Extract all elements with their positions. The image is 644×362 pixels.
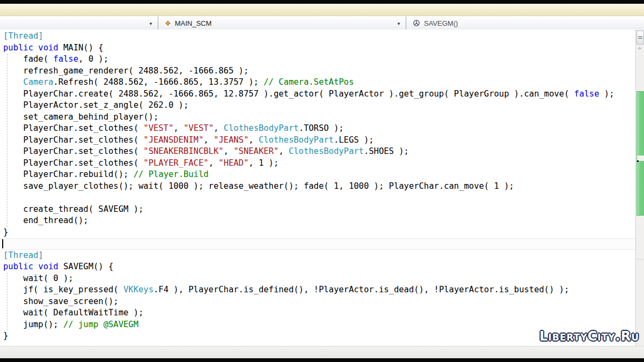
scrollbar-thumb[interactable] xyxy=(636,91,644,216)
module-icon: ❖ xyxy=(165,20,171,27)
code-line[interactable]: wait( 0 ); xyxy=(0,273,636,285)
member-dropdown[interactable]: SAVEGM() xyxy=(406,17,644,30)
code-area[interactable]: [Thread]public void MAIN() { fade( false… xyxy=(0,31,636,342)
code-line[interactable]: PlayerChar.set_clothes( "JEANSDENIM", "J… xyxy=(0,135,636,146)
chevron-down-icon[interactable]: ▼ xyxy=(149,21,153,27)
code-line[interactable]: end_thread(); xyxy=(0,215,636,227)
code-line[interactable]: PlayerChar.set_clothes( "VEST", "VEST", … xyxy=(0,123,636,135)
thumb-dot xyxy=(637,160,639,162)
code-line[interactable]: wait( DefaultWaitTime ); xyxy=(0,307,636,319)
scroll-up-icon[interactable] xyxy=(638,47,642,49)
code-line[interactable]: public void MAIN() { xyxy=(0,42,636,54)
code-line[interactable]: PlayerChar.rebuild(); // Player.Build xyxy=(0,169,636,181)
method-icon xyxy=(413,19,420,28)
type-dropdown[interactable]: ❖ MAIN_SCM ▼ xyxy=(158,17,406,30)
code-line[interactable] xyxy=(0,238,636,250)
bottom-black-strip xyxy=(0,358,644,362)
code-line[interactable]: PlayerActor.set_z_angle( 262.0 ); xyxy=(0,100,636,112)
code-line[interactable] xyxy=(0,192,636,204)
project-dropdown[interactable]: ▼ xyxy=(0,17,158,30)
vertical-scrollbar[interactable] xyxy=(635,29,644,346)
splitter-handle[interactable] xyxy=(636,31,644,45)
bottom-gray-band xyxy=(0,346,644,359)
code-line[interactable]: [Thread] xyxy=(0,250,636,262)
code-line[interactable]: [Thread] xyxy=(0,31,636,42)
code-line[interactable]: } xyxy=(0,227,636,239)
app-window: ▼ ❖ MAIN_SCM ▼ SAVEGM() [Thread]public v… xyxy=(0,0,644,362)
code-line[interactable]: Camera.Refresh( 2488.562, -1666.865, 13.… xyxy=(0,77,636,88)
code-line[interactable]: PlayerChar.set_clothes( "PLAYER_FACE", "… xyxy=(0,158,636,169)
code-line[interactable]: jf( is_key_pressed( VKKeys.F4 ), PlayerC… xyxy=(0,284,636,296)
code-line[interactable]: show_save_screen(); xyxy=(0,296,636,308)
code-line[interactable]: public void SAVEGM() { xyxy=(0,261,636,273)
code-line[interactable]: refresh_game_renderer( 2488.562, -1666.8… xyxy=(0,65,636,77)
chevron-down-icon[interactable]: ▼ xyxy=(397,21,401,27)
watermark: LibertyCity.Ru xyxy=(539,329,639,344)
text-caret xyxy=(2,239,3,248)
code-line[interactable]: set_camera_behind_player(); xyxy=(0,112,636,123)
code-editor[interactable]: [Thread]public void MAIN() { fade( false… xyxy=(0,29,636,346)
code-line[interactable]: fade( false, 0 ); xyxy=(0,54,636,65)
code-line[interactable]: create_thread( SAVEGM ); xyxy=(0,204,636,216)
code-navigation-bar: ▼ ❖ MAIN_SCM ▼ SAVEGM() xyxy=(0,16,644,31)
member-dropdown-value: SAVEGM() xyxy=(424,19,458,27)
code-line[interactable]: save_player_clothes(); wait( 1000 ); rel… xyxy=(0,181,636,193)
top-black-strip xyxy=(0,0,644,4)
code-line[interactable]: PlayerChar.create( 2488.562, -1666.865, … xyxy=(0,88,636,100)
window-title-bar xyxy=(0,4,644,16)
code-line[interactable]: PlayerChar.set_clothes( "SNEAKERBINCBLK"… xyxy=(0,146,636,158)
type-dropdown-value: MAIN_SCM xyxy=(175,19,212,27)
scrollbar-track-mark xyxy=(636,259,643,260)
